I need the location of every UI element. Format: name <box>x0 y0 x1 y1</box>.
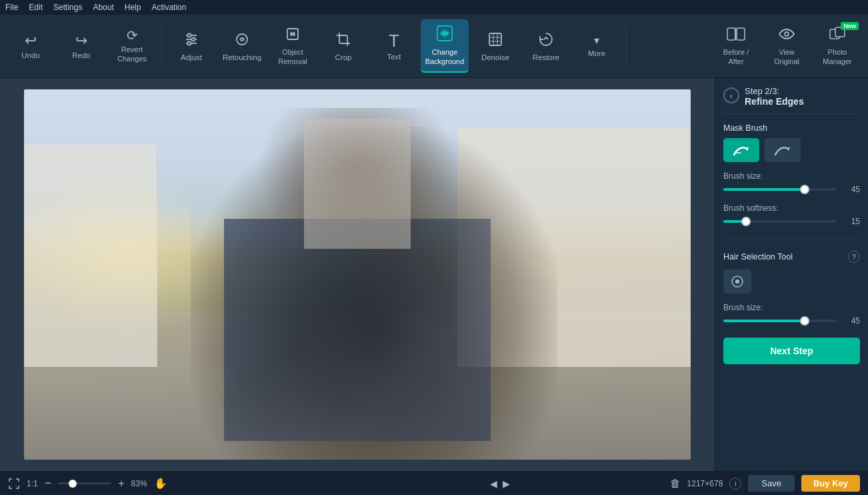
svg-point-3 <box>192 37 195 41</box>
menu-help[interactable]: Help <box>125 3 141 12</box>
brush-size-track-row: 45 <box>723 185 860 194</box>
fit-button[interactable] <box>8 478 20 490</box>
brush-softness-slider-row: Brush softness: 15 <box>723 203 860 226</box>
photo-flare <box>24 163 191 349</box>
svg-point-6 <box>237 34 247 45</box>
before-after-button[interactable]: Before /After <box>712 19 760 73</box>
denoise-button[interactable]: Denoise <box>471 19 519 73</box>
zoom-out-button[interactable]: − <box>45 476 52 490</box>
menu-file[interactable]: File <box>5 3 18 12</box>
denoise-icon <box>487 31 503 50</box>
brush-types <box>723 138 860 162</box>
revert-button[interactable]: ⟳ RevertChanges <box>108 19 156 73</box>
zoom-in-button[interactable]: + <box>118 478 124 490</box>
restore-icon <box>538 31 554 50</box>
before-after-icon <box>727 26 745 45</box>
redo-button[interactable]: ↪ Redo <box>57 19 105 73</box>
brush-softness-track[interactable] <box>723 220 836 223</box>
crop-button[interactable]: Crop <box>319 19 367 73</box>
retouching-icon <box>234 31 250 50</box>
main: ‹ Step 2/3: Refine Edges Mask Brush <box>0 78 868 471</box>
menu-edit[interactable]: Edit <box>29 3 43 12</box>
canvas-area[interactable] <box>0 78 715 471</box>
image-info-button[interactable]: i <box>729 478 741 490</box>
brush-size-track[interactable] <box>723 188 836 191</box>
hair-brush-container <box>723 270 860 294</box>
toolbar: ↩ Undo ↪ Redo ⟳ RevertChanges Adjust Ret… <box>0 15 868 78</box>
object-removal-button[interactable]: Object Removal <box>269 19 317 73</box>
revert-icon: ⟳ <box>127 29 138 42</box>
hair-brush-size-label: Brush size: <box>723 303 860 312</box>
view-original-button[interactable]: ViewOriginal <box>763 19 811 73</box>
mask-brush-section: Mask Brush <box>723 123 860 162</box>
divider <box>723 238 860 239</box>
statusbar: 1:1 − + 83% ✋ ◀ ▶ 🗑 1217×678 i Save Buy … <box>0 471 868 495</box>
svg-rect-10 <box>489 33 501 45</box>
new-badge: New <box>841 22 859 30</box>
menu-about[interactable]: About <box>93 3 113 12</box>
svg-rect-12 <box>737 28 745 40</box>
buy-key-button[interactable]: Buy Key <box>801 475 860 492</box>
back-button[interactable]: ‹ <box>723 87 739 103</box>
brush-add-button[interactable] <box>723 138 759 162</box>
menu-activation[interactable]: Activation <box>151 3 186 12</box>
status-left: 1:1 − + 83% ✋ <box>8 476 331 490</box>
hair-brush-button[interactable] <box>723 270 751 294</box>
more-icon: ▾ <box>594 35 599 46</box>
brush-size-thumb[interactable] <box>800 185 809 194</box>
svg-point-18 <box>735 280 739 284</box>
toolbar-right: Before /After ViewOriginal Ph <box>712 19 861 73</box>
hair-brush-size-thumb[interactable] <box>800 316 809 326</box>
brush-erase-button[interactable] <box>765 138 801 162</box>
undo-icon: ↩ <box>25 33 37 48</box>
redo-icon: ↪ <box>75 33 87 48</box>
restore-button[interactable]: Restore <box>522 19 570 73</box>
hand-tool-button[interactable]: ✋ <box>154 477 167 490</box>
more-button[interactable]: ▾ More <box>573 19 621 73</box>
hair-brush-size-track[interactable] <box>723 320 836 322</box>
photo-manager-wrapper: PhotoManager New <box>813 19 861 73</box>
change-background-button[interactable]: ChangeBackground <box>421 19 469 73</box>
next-button[interactable]: ▶ <box>503 478 510 489</box>
svg-point-5 <box>188 41 191 45</box>
next-step-button[interactable]: Next Step <box>723 338 860 364</box>
hair-header: Hair Selection Tool ? <box>723 251 860 263</box>
brush-softness-track-row: 15 <box>723 217 860 226</box>
zoom-ratio[interactable]: 1:1 <box>27 479 38 488</box>
brush-size-value: 45 <box>841 185 860 194</box>
trash-button[interactable]: 🗑 <box>670 478 681 490</box>
hair-brush-size-slider-row: Brush size: 45 <box>723 303 860 326</box>
photo-statue <box>304 119 411 248</box>
status-center: ◀ ▶ <box>339 478 661 489</box>
svg-rect-11 <box>727 28 735 40</box>
text-button[interactable]: T Text <box>370 19 418 73</box>
brush-softness-value: 15 <box>841 217 860 226</box>
brush-softness-label: Brush softness: <box>723 203 860 213</box>
photo-frame <box>24 89 691 460</box>
svg-point-14 <box>785 32 789 36</box>
step-title-text: Refine Edges <box>745 96 804 107</box>
hair-brush-size-value: 45 <box>841 316 860 326</box>
step-header: ‹ Step 2/3: Refine Edges <box>723 86 860 114</box>
brush-size-slider-row: Brush size: 45 <box>723 171 860 194</box>
hair-section: Hair Selection Tool ? <box>723 251 860 294</box>
object-removal-icon <box>285 26 301 45</box>
prev-button[interactable]: ◀ <box>490 478 497 489</box>
zoom-thumb[interactable] <box>69 480 77 488</box>
menu-settings[interactable]: Settings <box>53 3 82 12</box>
zoom-percent: 83% <box>131 479 147 488</box>
save-button[interactable]: Save <box>748 475 795 492</box>
status-right: 🗑 1217×678 i Save Buy Key <box>670 475 860 492</box>
retouching-button[interactable]: Retouching <box>218 19 266 73</box>
brush-size-fill <box>723 188 805 191</box>
brush-size-label: Brush size: <box>723 171 860 181</box>
hair-help-button[interactable]: ? <box>848 251 860 263</box>
text-icon: T <box>389 32 399 49</box>
zoom-slider[interactable] <box>58 482 111 484</box>
view-original-icon <box>779 26 795 45</box>
undo-button[interactable]: ↩ Undo <box>7 19 55 73</box>
adjust-button[interactable]: Adjust <box>167 19 215 73</box>
toolbar-divider-2 <box>626 26 627 66</box>
step-label: Step 2/3: Refine Edges <box>745 86 804 107</box>
brush-softness-thumb[interactable] <box>741 217 751 226</box>
